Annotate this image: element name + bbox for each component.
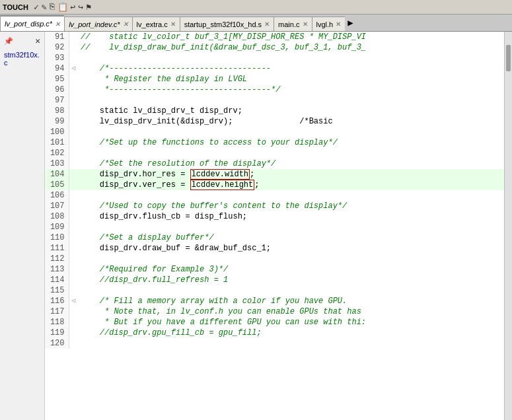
line-number: 94 [45,63,69,74]
line-number: 116 [45,296,69,306]
highlighted-value: lcddev.height [190,180,255,190]
tab-close-lv-port-disp[interactable]: ✕ [55,20,60,28]
line-marker [69,243,78,254]
table-row: 92// lv_disp_draw_buf_init(&draw_buf_dsc… [45,42,504,53]
tab-overflow-button[interactable]: ▶ [345,17,355,28]
sidebar-filename[interactable]: stm32f10x.c [1,50,43,67]
line-number: 103 [45,158,69,169]
line-content: /*---------------------------------- [78,63,504,74]
table-row: 112 [45,254,504,264]
line-marker [69,190,78,201]
sidebar-pin-icon[interactable]: 📌 [4,37,13,46]
flag-icon: ⚑ [86,2,91,13]
line-content: * But if you have a different GPU you ca… [78,317,504,328]
code-scroll[interactable]: 91// static lv_color_t buf_3_1[MY_DISP_H… [45,32,504,420]
tab-bar: lv_port_disp.c* ✕ lv_port_indev.c* ✕ lv_… [0,15,512,32]
line-marker [69,254,78,264]
table-row: 101 /*Set up the functions to access to … [45,137,504,148]
line-content [78,190,504,201]
line-number: 115 [45,285,69,296]
line-marker [69,317,78,328]
line-marker [69,127,78,137]
line-number: 97 [45,95,69,106]
table-row: 105 disp_drv.ver_res = lcddev.height; [45,180,504,190]
line-marker [69,169,78,180]
line-number: 93 [45,53,69,63]
checkmark-icon: ✓ [34,2,39,13]
line-marker [69,116,78,127]
tab-main-c[interactable]: main.c ✕ [274,17,311,31]
table-row: 93 [45,53,504,63]
line-marker [69,106,78,116]
title-bar-title: TOUCH [3,3,28,11]
tab-close-lv-extra[interactable]: ✕ [170,20,176,28]
line-content: lv_disp_drv_init(&disp_drv); /*Basic [78,116,504,127]
title-bar-icons: ✓ ✎ ⎘ 📋 ↩ ↪ ⚑ [34,2,91,13]
table-row: 97 [45,95,504,106]
line-content [78,127,504,137]
table-row: 98 static lv_disp_drv_t disp_drv; [45,106,504,116]
sidebar-close-icon[interactable]: ✕ [35,36,40,46]
table-row: 103 /*Set the resolution of the display*… [45,158,504,169]
line-content: disp_drv.hor_res = lcddev.width; [78,169,504,180]
line-content: /*Required for Example 3)*/ [78,264,504,275]
line-number: 91 [45,32,69,42]
line-marker [69,285,78,296]
scrollbar-thumb[interactable] [506,45,511,71]
tab-lv-port-disp-c[interactable]: lv_port_disp.c* ✕ [0,15,64,31]
table-row: 95 * Register the display in LVGL [45,74,504,85]
line-marker [69,158,78,169]
tab-close-startup[interactable]: ✕ [264,20,270,28]
table-row: 120 [45,338,504,349]
tab-lvgl-h[interactable]: lvgl.h ✕ [312,17,346,31]
tab-lv-port-indev-c[interactable]: lv_port_indev.c* ✕ [64,17,131,31]
main-area: 📌 ✕ stm32f10x.c 91// static lv_color_t b… [0,32,512,420]
line-number: 107 [45,201,69,211]
cursor-icon: ✎ [42,2,47,13]
vertical-scrollbar[interactable] [504,32,512,420]
line-number: 99 [45,116,69,127]
table-row: 115 [45,285,504,296]
line-marker [69,211,78,222]
line-marker [69,42,78,53]
table-row: 111 disp_drv.draw_buf = &draw_buf_dsc_1; [45,243,504,254]
line-content [78,148,504,158]
line-content: disp_drv.flush_cb = disp_flush; [78,211,504,222]
table-row: 104 disp_drv.hor_res = lcddev.width; [45,169,504,180]
copy-icon: ⎘ [50,2,55,12]
tab-startup-stm32[interactable]: startup_stm32f10x_hd.s ✕ [180,17,274,31]
table-row: 109 [45,222,504,232]
line-number: 118 [45,317,69,328]
paste-icon: 📋 [57,2,68,13]
tab-close-lv-port-indev[interactable]: ✕ [123,20,128,28]
line-number: 119 [45,328,69,338]
table-row: 108 disp_drv.flush_cb = disp_flush; [45,211,504,222]
line-number: 96 [45,85,69,95]
tab-close-main[interactable]: ✕ [303,20,308,28]
line-number: 114 [45,275,69,285]
line-marker [69,32,78,42]
table-row: 94◁ /*---------------------------------- [45,63,504,74]
table-row: 116◁ /* Fill a memory array with a color… [45,296,504,306]
line-content: //disp_drv.full_refresh = 1 [78,275,504,285]
line-marker [69,201,78,211]
line-number: 109 [45,222,69,232]
tab-lv-extra-c[interactable]: lv_extra.c ✕ [132,17,180,31]
table-row: 99 lv_disp_drv_init(&disp_drv); /*Basic [45,116,504,127]
table-row: 91// static lv_color_t buf_3_1[MY_DISP_H… [45,32,504,42]
sidebar: 📌 ✕ stm32f10x.c [0,32,45,420]
line-number: 120 [45,338,69,349]
line-number: 106 [45,190,69,201]
line-number: 104 [45,169,69,180]
tab-close-lvgl[interactable]: ✕ [336,20,341,28]
line-number: 102 [45,148,69,158]
line-marker [69,148,78,158]
table-row: 102 [45,148,504,158]
code-area: 91// static lv_color_t buf_3_1[MY_DISP_H… [45,32,504,420]
line-content: disp_drv.draw_buf = &draw_buf_dsc_1; [78,243,504,254]
line-number: 98 [45,106,69,116]
line-content: *----------------------------------*/ [78,85,504,95]
line-marker [69,180,78,190]
line-marker [69,264,78,275]
line-content [78,338,504,349]
